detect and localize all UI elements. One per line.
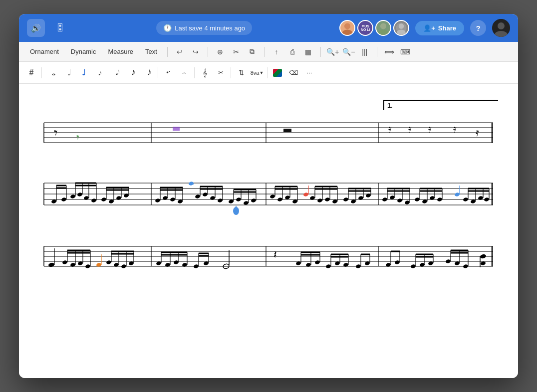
split-view-button[interactable]: ⟺: [382, 45, 396, 59]
speaker-button[interactable]: 🔊: [27, 19, 45, 37]
header-bar: 🔊 🎛 🕐 Last save 4 minutes ago MUSNO LI: [19, 14, 518, 42]
undo-button[interactable]: ↩: [173, 45, 187, 59]
half-note-btn[interactable]: 𝅗𝅥: [60, 65, 75, 80]
svg-point-141: [414, 197, 420, 201]
svg-point-123: [350, 199, 356, 203]
help-button[interactable]: ?: [470, 20, 486, 36]
settings-button[interactable]: 🎛: [51, 19, 69, 37]
toolbar-sep1: [41, 67, 42, 78]
zoom-in-button[interactable]: 🔍+: [326, 45, 340, 59]
svg-point-109: [303, 192, 308, 196]
svg-point-179: [77, 261, 83, 265]
svg-point-75: [188, 181, 194, 186]
share-icon: 👤+: [423, 24, 435, 32]
ottava-btn[interactable]: 8va▼: [250, 65, 265, 80]
share-button[interactable]: 👤+ Share: [415, 21, 464, 35]
whole-note-btn[interactable]: 𝅝: [44, 65, 59, 80]
more-tools-btn[interactable]: ···: [302, 65, 317, 80]
settings-icon: 🎛: [55, 23, 64, 33]
keyboard-button[interactable]: ⌨: [398, 45, 412, 59]
svg-point-260: [480, 261, 486, 265]
svg-point-69: [170, 197, 175, 201]
toolbar-sep5: [267, 67, 268, 78]
cut-button[interactable]: ✂: [229, 45, 243, 59]
speaker-icon: 🔊: [31, 23, 41, 33]
table-button[interactable]: ▦: [301, 45, 315, 59]
quarter-note-btn[interactable]: ♩: [76, 65, 91, 80]
redo-button[interactable]: ↪: [189, 45, 203, 59]
delete-icon: ⌫: [289, 69, 298, 76]
flip-btn[interactable]: ⇅: [234, 65, 249, 80]
svg-point-191: [121, 264, 126, 268]
flip-icon: ⇅: [239, 69, 244, 76]
svg-point-159: [484, 197, 489, 201]
svg-text:𝄿: 𝄿: [476, 130, 479, 137]
score-area[interactable]: 1. 𝄾 𝄾: [19, 84, 518, 378]
sharp-toggle[interactable]: #: [24, 65, 39, 80]
menu-dynamic[interactable]: Dynamic: [66, 46, 101, 57]
menu-ornament[interactable]: Ornament: [25, 46, 64, 57]
svg-point-3: [378, 30, 389, 36]
scissors-btn[interactable]: ✂: [213, 65, 228, 80]
svg-point-135: [397, 198, 402, 202]
avatar-user2[interactable]: MUSNO LI: [357, 20, 373, 36]
save-status-indicator: 🕐 Last save 4 minutes ago: [156, 21, 252, 35]
svg-point-131: [382, 197, 387, 201]
eighth-note-btn[interactable]: ♪: [92, 65, 107, 80]
thirtysecond-note-btn[interactable]: 𝅘𝅥𝅯: [124, 65, 139, 80]
avatar-user1[interactable]: [339, 20, 355, 36]
system-2-svg: [39, 166, 498, 215]
delete-note-btn[interactable]: ⌫: [286, 65, 301, 80]
tie-icon: ⌢: [182, 69, 187, 77]
note-toolbar: # 𝅝 𝅗𝅥 ♩ ♪ 𝅘𝅥𝅮 𝅘𝅥𝅯 𝅘𝅥𝅰 •• ⌢ 𝄞 ✂ ⇅ 8va▼ ⌫…: [19, 62, 518, 84]
collaborator-avatars: MUSNO LI: [339, 20, 409, 36]
sixtyfourth-note-btn[interactable]: 𝅘𝅥𝅰: [140, 65, 155, 80]
svg-point-250: [445, 259, 451, 263]
sixteenth-note-btn[interactable]: 𝅘𝅥𝅮: [108, 65, 123, 80]
lines-button[interactable]: |||: [358, 45, 372, 59]
help-icon: ?: [476, 24, 480, 32]
svg-point-83: [217, 198, 223, 202]
staff-system-2: [39, 166, 498, 217]
svg-point-45: [70, 194, 75, 198]
svg-point-99: [269, 194, 275, 198]
quarter-note-icon: ♩: [82, 68, 86, 77]
avatar-user3[interactable]: [375, 20, 391, 36]
upload-button[interactable]: ↑: [269, 45, 283, 59]
svg-point-71: [177, 199, 183, 203]
paste-button[interactable]: ⧉: [245, 45, 259, 59]
svg-point-147: [437, 197, 442, 201]
svg-point-55: [101, 197, 106, 201]
svg-point-133: [389, 195, 395, 199]
svg-point-234: [364, 261, 370, 265]
save-status-text: Last save 4 minutes ago: [175, 24, 245, 32]
separator4: [320, 47, 321, 57]
menu-text[interactable]: Text: [140, 46, 162, 57]
svg-point-103: [284, 195, 290, 199]
note-cursor-icon: 𝄞: [203, 68, 207, 77]
svg-rect-22: [173, 127, 180, 131]
add-button[interactable]: ⊕: [213, 45, 227, 59]
svg-point-143: [422, 199, 427, 203]
dot-btn[interactable]: ••: [161, 65, 176, 80]
note-input-btn[interactable]: 𝄞: [197, 65, 212, 80]
svg-point-51: [91, 198, 96, 202]
svg-point-137: [404, 200, 410, 204]
svg-point-187: [106, 260, 111, 264]
svg-point-239: [394, 260, 400, 264]
volta-bracket: 1.: [383, 100, 498, 110]
avatar-user4[interactable]: [393, 20, 409, 36]
sharp-symbol: #: [29, 68, 34, 77]
svg-point-220: [314, 260, 320, 264]
menu-measure[interactable]: Measure: [103, 46, 138, 57]
svg-point-39: [51, 199, 56, 203]
zoom-out-button[interactable]: 🔍−: [342, 45, 356, 59]
svg-point-193: [128, 261, 134, 265]
svg-point-121: [343, 197, 348, 201]
color-btn[interactable]: [270, 65, 285, 80]
tie-btn[interactable]: ⌢: [177, 65, 192, 80]
user-avatar[interactable]: [492, 19, 510, 37]
svg-point-224: [325, 264, 331, 268]
separator1: [167, 47, 168, 57]
print-button[interactable]: ⎙: [285, 45, 299, 59]
